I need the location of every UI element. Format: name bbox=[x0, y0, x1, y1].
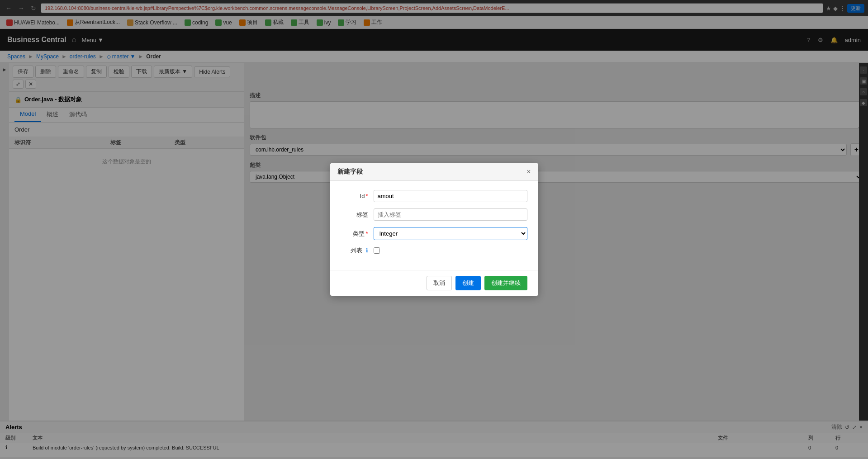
modal-list-checkbox-wrapper bbox=[374, 247, 380, 254]
modal-body: Id* 标签 类型* Integer String Boolean Long bbox=[330, 181, 538, 270]
modal-create-continue-btn[interactable]: 创建并继续 bbox=[484, 276, 527, 290]
modal-list-checkbox[interactable] bbox=[374, 247, 380, 254]
modal-footer: 取消 创建 创建并继续 bbox=[330, 270, 538, 296]
modal-type-select[interactable]: Integer String Boolean Long Double Float… bbox=[374, 227, 527, 240]
modal-list-label: 列表 ℹ bbox=[341, 246, 368, 255]
modal-label-input[interactable] bbox=[374, 208, 527, 221]
modal-id-field: Id* bbox=[341, 190, 527, 202]
list-info-icon: ℹ bbox=[366, 247, 368, 254]
modal-type-label: 类型* bbox=[341, 230, 368, 238]
modal-type-field: 类型* Integer String Boolean Long Double F… bbox=[341, 227, 527, 240]
modal-title: 新建字段 bbox=[337, 168, 363, 176]
modal-dialog: 新建字段 × Id* 标签 类型* Intege bbox=[330, 163, 538, 296]
modal-close-btn[interactable]: × bbox=[526, 168, 531, 176]
modal-cancel-btn[interactable]: 取消 bbox=[427, 276, 452, 290]
modal-label-label: 标签 bbox=[341, 211, 368, 219]
modal-id-label: Id* bbox=[341, 193, 368, 199]
modal-id-input[interactable] bbox=[374, 190, 527, 202]
modal-header: 新建字段 × bbox=[330, 163, 538, 181]
modal-overlay: 新建字段 × Id* 标签 类型* Intege bbox=[0, 0, 868, 457]
modal-list-field: 列表 ℹ bbox=[341, 246, 527, 255]
modal-create-btn[interactable]: 创建 bbox=[455, 276, 481, 290]
modal-label-field: 标签 bbox=[341, 208, 527, 221]
